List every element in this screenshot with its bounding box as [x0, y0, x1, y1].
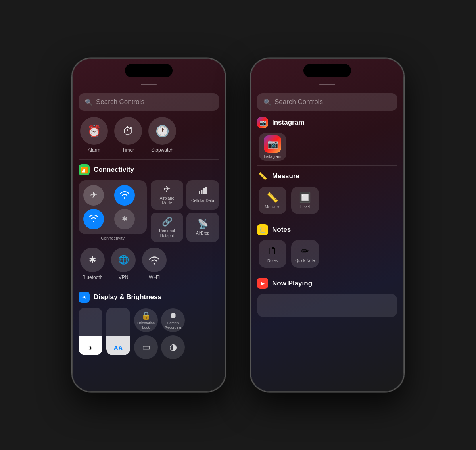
airplane-icon: ✈: [90, 190, 97, 200]
timer-label: Timer: [122, 147, 134, 153]
now-playing-header: ▶ Now Playing: [257, 278, 397, 289]
instagram-section-icon: 📷: [257, 117, 268, 128]
notes-items-grid: 🗒 Notes ✏ Quick Note: [257, 240, 397, 268]
brightness-slider[interactable]: ☀: [79, 308, 102, 355]
airdrop-item[interactable]: 📡 AirDrop: [186, 213, 219, 242]
bluetooth-icon: ✱: [122, 215, 128, 223]
measure-header: 📏 Measure: [257, 171, 397, 182]
stopwatch-item[interactable]: 🕐 Stopwatch: [148, 117, 176, 153]
cellular-data-lbl: Cellular Data: [191, 198, 214, 203]
wifi-item[interactable]: Wi-Fi: [142, 248, 167, 280]
connectivity-left-label: Connectivity: [79, 236, 147, 240]
notes-card-icon: 🗒: [268, 246, 277, 257]
display-btn-3[interactable]: ▭: [134, 335, 158, 359]
notes-card-label: Notes: [267, 258, 278, 263]
notes-card[interactable]: 🗒 Notes: [259, 240, 286, 268]
wifi-btn-2[interactable]: [83, 209, 104, 229]
personal-hotspot-item[interactable]: 🔗 PersonalHotspot: [151, 213, 183, 242]
display-btn-4[interactable]: ◑: [161, 335, 185, 359]
notes-section: 📒 Notes 🗒 Notes ✏ Quick Note: [257, 224, 397, 268]
wifi-label: Wi-Fi: [149, 275, 160, 280]
left-phone-frame: 🔍 Search Controls ⏰ Alarm ⏱ Timer 🕐 Stop…: [71, 58, 226, 392]
right-phone: 🔍 Search Controls 📷 Instagram 📷 I: [250, 58, 405, 392]
display-icon-4: ◑: [169, 342, 177, 352]
instagram-card-inner: 📷: [264, 135, 281, 153]
measure-section: 📏 Measure 📏 Measure 🔲 Level: [257, 171, 397, 214]
textsize-slider[interactable]: AA: [106, 308, 130, 355]
airplane-mode-btn[interactable]: ✈: [83, 185, 104, 206]
display-icon-3: ▭: [142, 342, 150, 352]
instagram-section: 📷 Instagram 📷 Instagram: [257, 117, 397, 161]
level-card-icon: 🔲: [299, 192, 311, 203]
connectivity-section-icon: 📶: [79, 164, 90, 175]
wifi-icon-active: [119, 190, 130, 201]
level-card-label: Level: [300, 205, 310, 209]
personal-hotspot-lbl: PersonalHotspot: [159, 229, 175, 238]
instagram-card-icon: 📷: [267, 139, 278, 149]
airplane-mode-item[interactable]: ✈ AirplaneMode: [151, 180, 183, 210]
now-playing-header-text: Now Playing: [272, 279, 312, 287]
bluetooth-label: Bluetooth: [83, 275, 103, 280]
right-phone-content: 🔍 Search Controls 📷 Instagram 📷 I: [251, 90, 404, 392]
airplane-mode-icon: ✈: [163, 184, 171, 194]
search-bar-right[interactable]: 🔍 Search Controls: [257, 93, 397, 111]
divider-r3: [257, 273, 397, 273]
divider-1: [79, 159, 219, 160]
screen-recording-icon: ⏺: [169, 311, 177, 320]
instagram-card-label: Instagram: [264, 154, 281, 159]
orientation-lock-icon: 🔒: [141, 311, 151, 320]
notes-header: 📒 Notes: [257, 224, 397, 235]
vpn-circle: 🌐: [111, 248, 136, 272]
divider-r1: [257, 165, 397, 166]
instagram-items-grid: 📷 Instagram: [257, 133, 397, 161]
alarm-label: Alarm: [88, 147, 100, 153]
wifi-circle: [142, 248, 167, 272]
vpn-item[interactable]: 🌐 VPN: [111, 248, 136, 280]
quick-note-card[interactable]: ✏ Quick Note: [291, 240, 319, 268]
now-playing-card[interactable]: [257, 294, 397, 317]
now-playing-icon: ▶: [257, 278, 268, 289]
display-controls: ☀ AA 🔒 OrientationLock ⏺: [79, 308, 219, 359]
svg-rect-1: [201, 190, 203, 194]
svg-rect-0: [199, 191, 200, 194]
divider-r2: [257, 219, 397, 219]
connectivity-grid: ✈: [79, 180, 219, 242]
level-card[interactable]: 🔲 Level: [291, 187, 319, 214]
display-section-icon: ☀: [79, 292, 90, 303]
orientation-lock-btn[interactable]: 🔒 OrientationLock: [134, 308, 158, 332]
display-buttons-grid: 🔒 OrientationLock ⏺ ScreenRecording ▭ ◑: [134, 308, 185, 359]
conn-left-grid: ✈: [79, 180, 147, 234]
airdrop-lbl: AirDrop: [196, 231, 209, 236]
scroll-indicator-right: [319, 84, 335, 85]
vpn-label: VPN: [119, 275, 129, 280]
search-placeholder-right: Search Controls: [274, 98, 323, 106]
measure-card-label: Measure: [265, 205, 280, 209]
timer-circle: ⏱: [114, 117, 142, 145]
scroll-indicator-left: [141, 84, 157, 85]
instagram-header: 📷 Instagram: [257, 117, 397, 128]
bluetooth-item[interactable]: ✱ Bluetooth: [80, 248, 105, 280]
notes-header-text: Notes: [272, 226, 291, 234]
small-conn-row: ✱ Bluetooth 🌐 VPN Wi-Fi: [79, 248, 219, 280]
screen-recording-btn[interactable]: ⏺ ScreenRecording: [161, 308, 185, 332]
quick-note-card-icon: ✏: [301, 246, 309, 257]
instagram-card[interactable]: 📷 Instagram: [259, 133, 286, 161]
orientation-lock-lbl: OrientationLock: [137, 321, 155, 330]
wifi-active-btn[interactable]: [114, 185, 135, 206]
display-header: ☀ Display & Brightness: [79, 292, 219, 303]
search-bar-left[interactable]: 🔍 Search Controls: [79, 93, 219, 111]
right-phone-frame: 🔍 Search Controls 📷 Instagram 📷 I: [250, 58, 405, 392]
alarm-item[interactable]: ⏰ Alarm: [80, 117, 108, 153]
search-placeholder-left: Search Controls: [96, 98, 144, 106]
quick-note-card-label: Quick Note: [295, 258, 315, 263]
timer-item[interactable]: ⏱ Timer: [114, 117, 142, 153]
measure-card-icon: 📏: [267, 192, 278, 203]
left-phone: 🔍 Search Controls ⏰ Alarm ⏱ Timer 🕐 Stop…: [71, 58, 226, 392]
cellular-data-item[interactable]: Cellular Data: [186, 180, 219, 210]
measure-card[interactable]: 📏 Measure: [259, 187, 286, 214]
bluetooth-btn[interactable]: ✱: [114, 209, 135, 229]
dynamic-island-right: [303, 64, 351, 77]
textsize-fill: AA: [106, 336, 130, 355]
connectivity-left-panel: ✈: [79, 180, 147, 242]
measure-header-text: Measure: [272, 172, 299, 180]
